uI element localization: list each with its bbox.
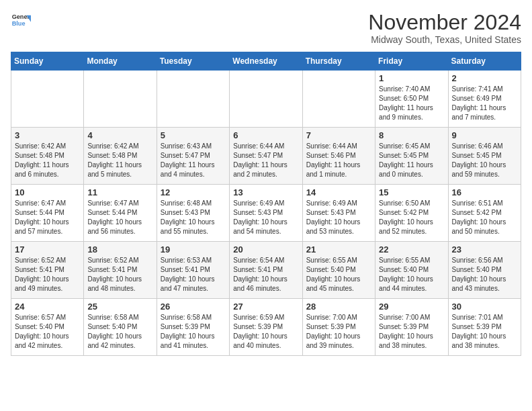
cell-info: Sunrise: 7:40 AM Sunset: 6:50 PM Dayligh… bbox=[379, 85, 444, 122]
day-number: 23 bbox=[452, 244, 517, 255]
day-number: 4 bbox=[87, 130, 152, 140]
calendar-cell: 25Sunrise: 6:58 AM Sunset: 5:40 PM Dayli… bbox=[84, 299, 157, 356]
calendar-cell: 21Sunrise: 6:55 AM Sunset: 5:40 PM Dayli… bbox=[302, 242, 375, 299]
cell-info: Sunrise: 6:50 AM Sunset: 5:42 PM Dayligh… bbox=[379, 199, 444, 236]
cell-info: Sunrise: 6:48 AM Sunset: 5:43 PM Dayligh… bbox=[161, 199, 226, 236]
calendar-cell: 8Sunrise: 6:45 AM Sunset: 5:45 PM Daylig… bbox=[375, 128, 448, 185]
cell-info: Sunrise: 6:43 AM Sunset: 5:47 PM Dayligh… bbox=[161, 142, 226, 179]
calendar-week-5: 24Sunrise: 6:57 AM Sunset: 5:40 PM Dayli… bbox=[11, 299, 521, 356]
day-number: 16 bbox=[452, 187, 517, 197]
calendar-cell: 14Sunrise: 6:49 AM Sunset: 5:43 PM Dayli… bbox=[302, 185, 375, 242]
calendar-cell: 1Sunrise: 7:40 AM Sunset: 6:50 PM Daylig… bbox=[375, 71, 448, 128]
cell-info: Sunrise: 6:42 AM Sunset: 5:48 PM Dayligh… bbox=[15, 142, 80, 179]
calendar-cell: 23Sunrise: 6:56 AM Sunset: 5:40 PM Dayli… bbox=[448, 242, 521, 299]
cell-info: Sunrise: 6:56 AM Sunset: 5:40 PM Dayligh… bbox=[452, 256, 517, 293]
cell-info: Sunrise: 6:53 AM Sunset: 5:41 PM Dayligh… bbox=[161, 256, 226, 293]
weekday-header-monday: Monday bbox=[84, 52, 157, 71]
cell-info: Sunrise: 7:00 AM Sunset: 5:39 PM Dayligh… bbox=[306, 313, 371, 351]
day-number: 22 bbox=[379, 244, 444, 255]
cell-info: Sunrise: 6:49 AM Sunset: 5:43 PM Dayligh… bbox=[306, 199, 371, 236]
calendar-cell: 24Sunrise: 6:57 AM Sunset: 5:40 PM Dayli… bbox=[11, 299, 84, 356]
day-number: 27 bbox=[233, 302, 298, 312]
cell-info: Sunrise: 6:58 AM Sunset: 5:40 PM Dayligh… bbox=[87, 313, 152, 351]
cell-info: Sunrise: 6:51 AM Sunset: 5:42 PM Dayligh… bbox=[452, 199, 517, 236]
calendar-cell: 22Sunrise: 6:55 AM Sunset: 5:40 PM Dayli… bbox=[375, 242, 448, 299]
calendar-cell bbox=[11, 71, 84, 128]
calendar-cell bbox=[230, 71, 302, 128]
weekday-header-row: SundayMondayTuesdayWednesdayThursdayFrid… bbox=[11, 52, 521, 71]
calendar-cell: 19Sunrise: 6:53 AM Sunset: 5:41 PM Dayli… bbox=[157, 242, 229, 299]
calendar-cell: 30Sunrise: 7:01 AM Sunset: 5:39 PM Dayli… bbox=[448, 299, 521, 356]
cell-info: Sunrise: 6:46 AM Sunset: 5:45 PM Dayligh… bbox=[452, 142, 517, 179]
cell-info: Sunrise: 6:55 AM Sunset: 5:40 PM Dayligh… bbox=[306, 256, 371, 293]
calendar-cell: 16Sunrise: 6:51 AM Sunset: 5:42 PM Dayli… bbox=[448, 185, 521, 242]
day-number: 24 bbox=[15, 302, 80, 312]
calendar-cell: 4Sunrise: 6:42 AM Sunset: 5:48 PM Daylig… bbox=[84, 128, 157, 185]
calendar-cell: 26Sunrise: 6:58 AM Sunset: 5:39 PM Dayli… bbox=[157, 299, 229, 356]
calendar-week-3: 10Sunrise: 6:47 AM Sunset: 5:44 PM Dayli… bbox=[11, 185, 521, 242]
day-number: 9 bbox=[452, 130, 517, 140]
title-area: November 2024 Midway South, Texas, Unite… bbox=[368, 11, 521, 45]
weekday-header-saturday: Saturday bbox=[448, 52, 521, 71]
cell-info: Sunrise: 6:47 AM Sunset: 5:44 PM Dayligh… bbox=[87, 199, 152, 236]
calendar-cell: 20Sunrise: 6:54 AM Sunset: 5:41 PM Dayli… bbox=[230, 242, 302, 299]
calendar-cell: 7Sunrise: 6:44 AM Sunset: 5:46 PM Daylig… bbox=[302, 128, 375, 185]
day-number: 29 bbox=[379, 302, 444, 312]
cell-info: Sunrise: 6:49 AM Sunset: 5:43 PM Dayligh… bbox=[233, 199, 298, 236]
cell-info: Sunrise: 6:57 AM Sunset: 5:40 PM Dayligh… bbox=[15, 313, 80, 351]
cell-info: Sunrise: 7:41 AM Sunset: 6:49 PM Dayligh… bbox=[452, 85, 517, 122]
day-number: 21 bbox=[306, 244, 371, 255]
calendar-cell: 17Sunrise: 6:52 AM Sunset: 5:41 PM Dayli… bbox=[11, 242, 84, 299]
calendar-cell bbox=[302, 71, 375, 128]
day-number: 25 bbox=[87, 302, 152, 312]
page-subtitle: Midway South, Texas, United States bbox=[368, 34, 521, 45]
calendar-cell bbox=[84, 71, 157, 128]
cell-info: Sunrise: 7:00 AM Sunset: 5:39 PM Dayligh… bbox=[379, 313, 444, 351]
weekday-header-sunday: Sunday bbox=[11, 52, 84, 71]
calendar-week-1: 1Sunrise: 7:40 AM Sunset: 6:50 PM Daylig… bbox=[11, 71, 521, 128]
day-number: 11 bbox=[87, 187, 152, 197]
calendar-cell bbox=[157, 71, 229, 128]
calendar-table: SundayMondayTuesdayWednesdayThursdayFrid… bbox=[11, 52, 521, 356]
day-number: 8 bbox=[379, 130, 444, 140]
calendar-cell: 5Sunrise: 6:43 AM Sunset: 5:47 PM Daylig… bbox=[157, 128, 229, 185]
calendar-cell: 9Sunrise: 6:46 AM Sunset: 5:45 PM Daylig… bbox=[448, 128, 521, 185]
weekday-header-wednesday: Wednesday bbox=[230, 52, 302, 71]
cell-info: Sunrise: 6:55 AM Sunset: 5:40 PM Dayligh… bbox=[379, 256, 444, 293]
cell-info: Sunrise: 6:45 AM Sunset: 5:45 PM Dayligh… bbox=[379, 142, 444, 179]
page-title: November 2024 bbox=[368, 11, 521, 34]
cell-info: Sunrise: 6:44 AM Sunset: 5:46 PM Dayligh… bbox=[306, 142, 371, 179]
day-number: 7 bbox=[306, 130, 371, 140]
cell-info: Sunrise: 6:42 AM Sunset: 5:48 PM Dayligh… bbox=[87, 142, 152, 179]
calendar-cell: 12Sunrise: 6:48 AM Sunset: 5:43 PM Dayli… bbox=[157, 185, 229, 242]
day-number: 28 bbox=[306, 302, 371, 312]
calendar-cell: 15Sunrise: 6:50 AM Sunset: 5:42 PM Dayli… bbox=[375, 185, 448, 242]
day-number: 17 bbox=[15, 244, 80, 255]
day-number: 10 bbox=[15, 187, 80, 197]
weekday-header-friday: Friday bbox=[375, 52, 448, 71]
cell-info: Sunrise: 6:52 AM Sunset: 5:41 PM Dayligh… bbox=[15, 256, 80, 293]
day-number: 12 bbox=[161, 187, 226, 197]
cell-info: Sunrise: 6:44 AM Sunset: 5:47 PM Dayligh… bbox=[233, 142, 298, 179]
day-number: 18 bbox=[87, 244, 152, 255]
day-number: 6 bbox=[233, 130, 298, 140]
cell-info: Sunrise: 6:54 AM Sunset: 5:41 PM Dayligh… bbox=[233, 256, 298, 293]
day-number: 3 bbox=[15, 130, 80, 140]
weekday-header-thursday: Thursday bbox=[302, 52, 375, 71]
day-number: 19 bbox=[161, 244, 226, 255]
calendar-cell: 27Sunrise: 6:59 AM Sunset: 5:39 PM Dayli… bbox=[230, 299, 302, 356]
day-number: 5 bbox=[161, 130, 226, 140]
day-number: 2 bbox=[452, 73, 517, 83]
weekday-header-tuesday: Tuesday bbox=[157, 52, 229, 71]
calendar-cell: 2Sunrise: 7:41 AM Sunset: 6:49 PM Daylig… bbox=[448, 71, 521, 128]
cell-info: Sunrise: 7:01 AM Sunset: 5:39 PM Dayligh… bbox=[452, 313, 517, 351]
day-number: 1 bbox=[379, 73, 444, 83]
cell-info: Sunrise: 6:58 AM Sunset: 5:39 PM Dayligh… bbox=[161, 313, 226, 351]
logo: General Blue bbox=[11, 11, 31, 31]
logo-icon: General Blue bbox=[11, 11, 31, 31]
calendar-cell: 6Sunrise: 6:44 AM Sunset: 5:47 PM Daylig… bbox=[230, 128, 302, 185]
svg-text:Blue: Blue bbox=[12, 20, 26, 27]
day-number: 15 bbox=[379, 187, 444, 197]
calendar-cell: 13Sunrise: 6:49 AM Sunset: 5:43 PM Dayli… bbox=[230, 185, 302, 242]
day-number: 14 bbox=[306, 187, 371, 197]
